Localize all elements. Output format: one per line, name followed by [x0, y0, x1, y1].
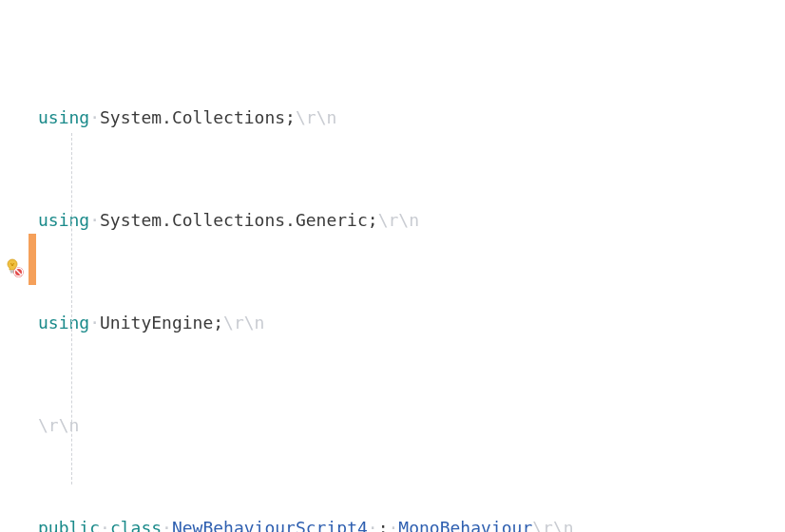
code-line: using·System.Collections.Generic;\r\n [38, 207, 574, 233]
code-line: \r\n [38, 412, 574, 438]
code-line: using·UnityEngine;\r\n [38, 310, 574, 335]
change-marker [29, 234, 36, 285]
code-editor[interactable]: using·System.Collections;\r\n using·Syst… [0, 0, 785, 532]
code-area[interactable]: using·System.Collections;\r\n using·Syst… [38, 0, 574, 532]
code-line: using·System.Collections;\r\n [38, 104, 574, 130]
indent-guide [71, 133, 72, 484]
code-line: public·class·NewBehaviourScript4·:·MonoB… [38, 515, 574, 532]
editor-gutter [0, 0, 38, 532]
lightbulb-error-icon[interactable] [4, 257, 25, 278]
